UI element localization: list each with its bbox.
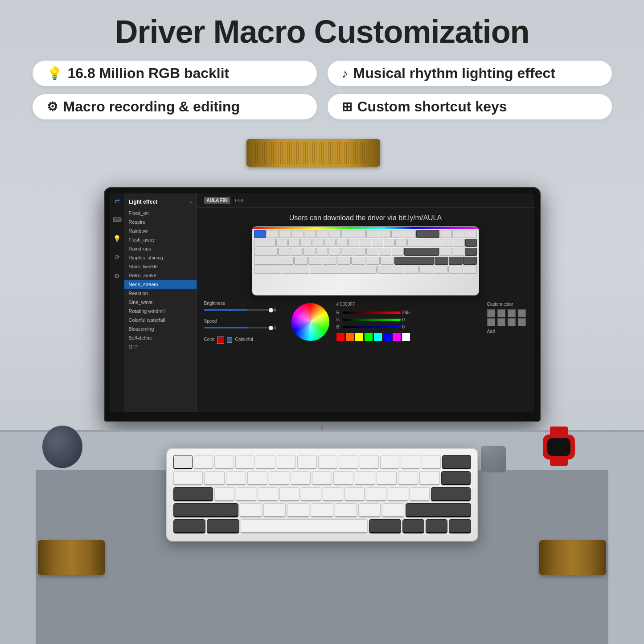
hex-value: # 0000FF xyxy=(336,302,480,307)
menu-title: Light effect xyxy=(129,199,158,205)
swatch-red[interactable] xyxy=(336,333,345,341)
menu-item[interactable]: Colorful waterfall xyxy=(124,316,197,324)
custom-cell[interactable] xyxy=(497,309,505,317)
colorful-checkbox[interactable] xyxy=(227,337,232,343)
sk xyxy=(351,257,365,265)
b-channel: B xyxy=(336,324,341,329)
sk xyxy=(354,248,366,256)
pk xyxy=(360,455,379,469)
swatch-blue[interactable] xyxy=(383,333,391,341)
menu-item[interactable]: Self-define xyxy=(124,333,197,342)
watch-band-bottom xyxy=(550,459,568,466)
sk xyxy=(405,266,419,274)
pk-shift-l xyxy=(173,503,238,517)
pk xyxy=(311,503,333,517)
sk xyxy=(465,239,477,247)
menu-item[interactable]: Stars_twinkle xyxy=(124,262,197,271)
expand-icon[interactable]: » xyxy=(189,200,192,205)
pk-alt-l xyxy=(207,519,239,533)
pk xyxy=(398,471,418,485)
sk xyxy=(308,257,322,265)
menu-item[interactable]: Flash_away xyxy=(124,235,197,244)
menu-item[interactable]: Rainbow xyxy=(124,226,197,235)
sk xyxy=(303,248,315,256)
speed-track[interactable] xyxy=(204,327,271,328)
watch-screen xyxy=(547,438,570,456)
menu-item[interactable]: Blossoming xyxy=(124,324,197,333)
menu-item-neon-stream[interactable]: Neon_stream xyxy=(124,280,197,289)
color-wheel[interactable] xyxy=(291,303,329,341)
sidebar-icon-light[interactable]: 💡 xyxy=(113,234,121,242)
pk-row-4 xyxy=(173,503,471,517)
sidebar-icon-adjust[interactable]: ⇄ xyxy=(113,197,121,205)
rgb-controls: # 0000FF R 255 G 0 xyxy=(336,301,480,406)
sk xyxy=(254,248,278,256)
menu-item[interactable]: Rotating windmill xyxy=(124,307,197,316)
sk xyxy=(336,239,348,247)
g-track[interactable] xyxy=(343,319,401,321)
add-button[interactable]: Add xyxy=(487,329,527,334)
smartwatch xyxy=(543,427,575,466)
sk xyxy=(407,239,429,247)
custom-cell[interactable] xyxy=(508,318,516,326)
sk xyxy=(452,248,464,256)
r-track[interactable] xyxy=(343,312,401,314)
menu-item[interactable]: Fixed_on xyxy=(124,209,197,217)
brightness-thumb[interactable] xyxy=(269,308,273,312)
swatch-green[interactable] xyxy=(365,333,373,341)
menu-item[interactable]: Raindrops xyxy=(124,244,197,253)
controls-sliders: Brightness 4 Speed xyxy=(204,301,284,406)
sk xyxy=(267,230,279,238)
sk xyxy=(465,230,477,238)
sidebar-icons: ⇄ ⌨ 💡 ⟳ ⚙ xyxy=(110,193,124,412)
topbar-subtitle: F99 xyxy=(235,198,243,203)
color-swatches xyxy=(336,333,480,341)
custom-cell[interactable] xyxy=(497,318,505,326)
menu-item[interactable]: Reaction xyxy=(124,289,197,298)
sk xyxy=(454,239,465,247)
brightness-fill xyxy=(204,309,248,311)
menu-item[interactable]: Retro_snake xyxy=(124,271,197,280)
sidebar-icon-macro[interactable]: ⟳ xyxy=(113,253,121,261)
menu-item[interactable]: Sine_wave xyxy=(124,298,197,307)
swatch-white[interactable] xyxy=(402,333,410,341)
pk-right xyxy=(449,519,471,533)
swatch-yellow[interactable] xyxy=(355,333,363,341)
sk xyxy=(465,248,477,256)
swatch-magenta[interactable] xyxy=(393,333,401,341)
speed-thumb[interactable] xyxy=(269,326,273,330)
custom-cell[interactable] xyxy=(487,309,495,317)
pk xyxy=(226,471,246,485)
speed-label: Speed xyxy=(204,319,284,324)
menu-item-off[interactable]: OFF xyxy=(124,342,197,351)
badge-rgb-text: 16.8 Million RGB backlit xyxy=(68,65,230,82)
custom-cell[interactable] xyxy=(508,309,516,317)
colorful-label: Colourful xyxy=(235,337,253,342)
wood-block-left xyxy=(38,540,105,575)
sidebar-icon-keyboard[interactable]: ⌨ xyxy=(113,216,121,224)
sk xyxy=(278,248,290,256)
sk xyxy=(279,230,291,238)
sidebar-icon-settings[interactable]: ⚙ xyxy=(113,272,121,280)
swatch-cyan[interactable] xyxy=(374,333,382,341)
custom-cell[interactable] xyxy=(518,309,526,317)
pk xyxy=(236,487,256,501)
monitor: ⇄ ⌨ 💡 ⟳ ⚙ Light effect » Fixed_on Respir… xyxy=(104,187,541,451)
sk xyxy=(442,239,453,247)
badge-shortcut: ⊞ Custom shortcut keys xyxy=(328,94,612,119)
menu-item[interactable]: Ripples_shining xyxy=(124,253,197,262)
color-swatch[interactable] xyxy=(217,336,224,344)
b-track[interactable] xyxy=(343,326,401,328)
sk xyxy=(404,248,439,256)
b-row: B 0 xyxy=(336,324,480,329)
custom-cell[interactable] xyxy=(487,318,495,326)
pk xyxy=(214,455,234,469)
brightness-track[interactable] xyxy=(204,309,271,311)
menu-item[interactable]: Respire xyxy=(124,217,197,226)
r-channel: R xyxy=(336,310,341,315)
sk xyxy=(288,239,300,247)
gray-cube xyxy=(481,446,506,472)
brightness-value: 4 xyxy=(274,308,276,312)
custom-cell[interactable] xyxy=(518,318,526,326)
swatch-orange[interactable] xyxy=(346,333,354,341)
